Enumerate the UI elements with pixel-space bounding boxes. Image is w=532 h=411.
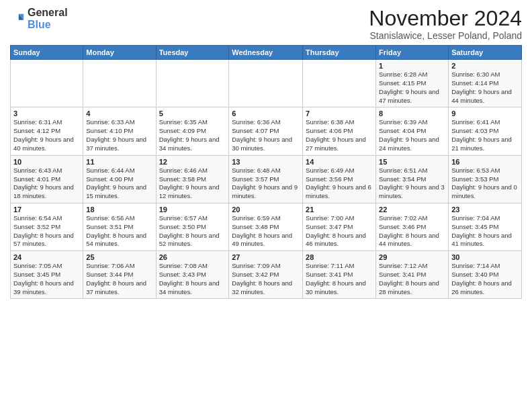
table-row: 22Sunrise: 7:02 AM Sunset: 3:46 PM Dayli…: [376, 203, 449, 250]
day-detail: Sunrise: 6:41 AM Sunset: 4:03 PM Dayligh…: [451, 118, 519, 152]
table-row: [156, 60, 229, 107]
day-number: 24: [13, 253, 80, 261]
day-detail: Sunrise: 7:00 AM Sunset: 3:47 PM Dayligh…: [306, 214, 373, 248]
header-row: Sunday Monday Tuesday Wednesday Thursday…: [11, 46, 522, 60]
day-detail: Sunrise: 7:09 AM Sunset: 3:42 PM Dayligh…: [232, 262, 300, 296]
table-row: 5Sunrise: 6:35 AM Sunset: 4:09 PM Daylig…: [156, 107, 229, 155]
col-thursday: Thursday: [303, 46, 376, 60]
table-row: 9Sunrise: 6:41 AM Sunset: 4:03 PM Daylig…: [449, 107, 522, 155]
day-number: 13: [232, 158, 300, 166]
day-detail: Sunrise: 6:51 AM Sunset: 3:54 PM Dayligh…: [379, 167, 445, 201]
day-number: 8: [379, 109, 445, 118]
table-row: 11Sunrise: 6:44 AM Sunset: 4:00 PM Dayli…: [83, 155, 156, 203]
table-row: 23Sunrise: 7:04 AM Sunset: 3:45 PM Dayli…: [449, 203, 522, 250]
table-row: 6Sunrise: 6:36 AM Sunset: 4:07 PM Daylig…: [229, 107, 303, 155]
title-block: November 2024 Stanislawice, Lesser Polan…: [369, 7, 522, 41]
col-wednesday: Wednesday: [229, 46, 303, 60]
table-row: 14Sunrise: 6:49 AM Sunset: 3:56 PM Dayli…: [303, 155, 376, 203]
day-detail: Sunrise: 6:31 AM Sunset: 4:12 PM Dayligh…: [13, 118, 80, 152]
table-row: [303, 60, 376, 107]
day-detail: Sunrise: 6:46 AM Sunset: 3:58 PM Dayligh…: [159, 167, 226, 201]
day-detail: Sunrise: 7:02 AM Sunset: 3:46 PM Dayligh…: [379, 214, 445, 248]
day-detail: Sunrise: 6:36 AM Sunset: 4:07 PM Dayligh…: [232, 118, 300, 152]
day-detail: Sunrise: 7:14 AM Sunset: 3:40 PM Dayligh…: [451, 262, 519, 296]
day-number: 20: [232, 205, 300, 214]
day-number: 29: [379, 253, 445, 261]
day-number: 16: [451, 158, 519, 166]
table-row: 13Sunrise: 6:48 AM Sunset: 3:57 PM Dayli…: [229, 155, 303, 203]
calendar-table: Sunday Monday Tuesday Wednesday Thursday…: [10, 45, 522, 299]
page: General Blue November 2024 Stanislawice,…: [0, 0, 532, 411]
day-detail: Sunrise: 6:59 AM Sunset: 3:48 PM Dayligh…: [232, 214, 300, 248]
table-row: 16Sunrise: 6:53 AM Sunset: 3:53 PM Dayli…: [449, 155, 522, 203]
day-number: 26: [159, 253, 226, 261]
calendar-header: Sunday Monday Tuesday Wednesday Thursday…: [11, 46, 522, 60]
table-row: [83, 60, 156, 107]
day-number: 28: [306, 253, 373, 261]
day-detail: Sunrise: 7:08 AM Sunset: 3:43 PM Dayligh…: [159, 262, 226, 296]
day-detail: Sunrise: 6:56 AM Sunset: 3:51 PM Dayligh…: [86, 214, 152, 248]
location-subtitle: Stanislawice, Lesser Poland, Poland: [369, 30, 522, 41]
day-number: 3: [13, 109, 80, 118]
day-detail: Sunrise: 7:12 AM Sunset: 3:41 PM Dayligh…: [379, 262, 445, 296]
day-number: 19: [159, 205, 226, 214]
day-number: 21: [306, 205, 373, 214]
col-saturday: Saturday: [449, 46, 522, 60]
calendar-body: 1Sunrise: 6:28 AM Sunset: 4:15 PM Daylig…: [11, 60, 522, 299]
table-row: 1Sunrise: 6:28 AM Sunset: 4:15 PM Daylig…: [376, 60, 449, 107]
table-row: [11, 60, 83, 107]
day-detail: Sunrise: 7:06 AM Sunset: 3:44 PM Dayligh…: [86, 262, 152, 296]
table-row: 26Sunrise: 7:08 AM Sunset: 3:43 PM Dayli…: [156, 251, 229, 299]
table-row: 12Sunrise: 6:46 AM Sunset: 3:58 PM Dayli…: [156, 155, 229, 203]
table-row: 18Sunrise: 6:56 AM Sunset: 3:51 PM Dayli…: [83, 203, 156, 250]
table-row: 15Sunrise: 6:51 AM Sunset: 3:54 PM Dayli…: [376, 155, 449, 203]
day-number: 10: [13, 158, 80, 166]
day-detail: Sunrise: 6:28 AM Sunset: 4:15 PM Dayligh…: [379, 71, 445, 105]
day-number: 7: [306, 109, 373, 118]
day-number: 2: [451, 62, 519, 70]
col-sunday: Sunday: [11, 46, 83, 60]
day-number: 18: [86, 205, 152, 214]
table-row: 21Sunrise: 7:00 AM Sunset: 3:47 PM Dayli…: [303, 203, 376, 250]
table-row: 17Sunrise: 6:54 AM Sunset: 3:52 PM Dayli…: [11, 203, 83, 250]
logo-general: General: [28, 7, 68, 18]
day-number: 6: [232, 109, 300, 118]
table-row: 10Sunrise: 6:43 AM Sunset: 4:01 PM Dayli…: [11, 155, 83, 203]
day-number: 17: [13, 205, 80, 214]
table-row: 24Sunrise: 7:05 AM Sunset: 3:45 PM Dayli…: [11, 251, 83, 299]
calendar-week-row: 24Sunrise: 7:05 AM Sunset: 3:45 PM Dayli…: [11, 251, 522, 299]
day-number: 14: [306, 158, 373, 166]
calendar-week-row: 17Sunrise: 6:54 AM Sunset: 3:52 PM Dayli…: [11, 203, 522, 250]
day-detail: Sunrise: 7:04 AM Sunset: 3:45 PM Dayligh…: [451, 214, 519, 248]
day-number: 23: [451, 205, 519, 214]
calendar-week-row: 10Sunrise: 6:43 AM Sunset: 4:01 PM Dayli…: [11, 155, 522, 203]
day-detail: Sunrise: 6:53 AM Sunset: 3:53 PM Dayligh…: [451, 167, 519, 201]
table-row: 25Sunrise: 7:06 AM Sunset: 3:44 PM Dayli…: [83, 251, 156, 299]
day-detail: Sunrise: 6:33 AM Sunset: 4:10 PM Dayligh…: [86, 118, 152, 152]
col-monday: Monday: [83, 46, 156, 60]
day-number: 1: [379, 62, 445, 70]
logo-blue: Blue: [28, 19, 51, 30]
col-friday: Friday: [376, 46, 449, 60]
day-number: 12: [159, 158, 226, 166]
day-detail: Sunrise: 6:43 AM Sunset: 4:01 PM Dayligh…: [13, 167, 80, 201]
table-row: 27Sunrise: 7:09 AM Sunset: 3:42 PM Dayli…: [229, 251, 303, 299]
day-detail: Sunrise: 7:11 AM Sunset: 3:41 PM Dayligh…: [306, 262, 373, 296]
table-row: 2Sunrise: 6:30 AM Sunset: 4:14 PM Daylig…: [449, 60, 522, 107]
day-number: 25: [86, 253, 152, 261]
day-detail: Sunrise: 6:44 AM Sunset: 4:00 PM Dayligh…: [86, 167, 152, 201]
day-number: 9: [451, 109, 519, 118]
header: General Blue November 2024 Stanislawice,…: [10, 7, 522, 41]
table-row: 3Sunrise: 6:31 AM Sunset: 4:12 PM Daylig…: [11, 107, 83, 155]
day-detail: Sunrise: 6:38 AM Sunset: 4:06 PM Dayligh…: [306, 118, 373, 152]
day-detail: Sunrise: 6:49 AM Sunset: 3:56 PM Dayligh…: [306, 167, 373, 201]
day-detail: Sunrise: 6:30 AM Sunset: 4:14 PM Dayligh…: [451, 71, 519, 105]
day-number: 30: [451, 253, 519, 261]
day-number: 27: [232, 253, 300, 261]
month-title: November 2024: [369, 7, 522, 30]
table-row: [229, 60, 303, 107]
table-row: 29Sunrise: 7:12 AM Sunset: 3:41 PM Dayli…: [376, 251, 449, 299]
table-row: 8Sunrise: 6:39 AM Sunset: 4:04 PM Daylig…: [376, 107, 449, 155]
table-row: 20Sunrise: 6:59 AM Sunset: 3:48 PM Dayli…: [229, 203, 303, 250]
day-detail: Sunrise: 6:35 AM Sunset: 4:09 PM Dayligh…: [159, 118, 226, 152]
